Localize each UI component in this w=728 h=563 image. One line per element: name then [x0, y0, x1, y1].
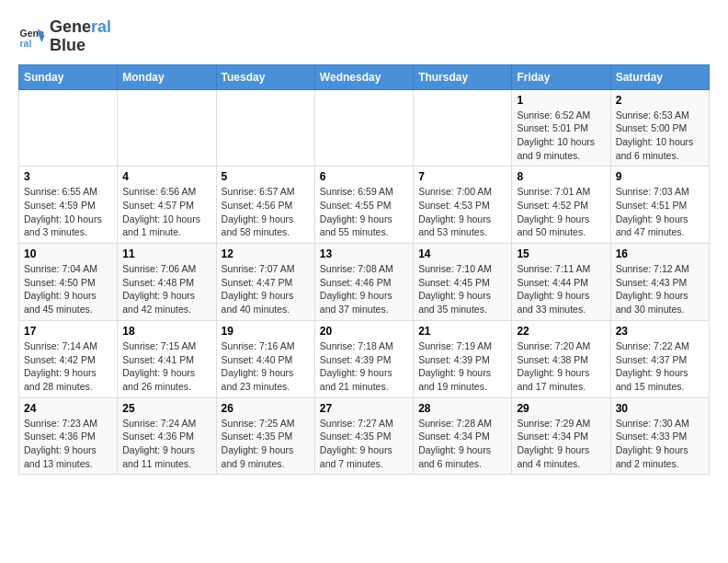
logo-text: GeneralBlue [50, 18, 111, 55]
day-number: 25 [122, 402, 210, 415]
day-number: 12 [222, 247, 310, 260]
day-cell-0-1 [118, 89, 216, 167]
header-row: SundayMondayTuesdayWednesdayThursdayFrid… [19, 64, 710, 89]
day-cell-2-5: 15Sunrise: 7:11 AM Sunset: 4:44 PM Dayli… [512, 244, 610, 321]
day-cell-1-1: 4Sunrise: 6:56 AM Sunset: 4:57 PM Daylig… [118, 167, 216, 244]
logo: Gene ral GeneralBlue [18, 18, 111, 55]
day-info: Sunrise: 7:01 AM Sunset: 4:52 PM Dayligh… [517, 185, 605, 239]
day-number: 10 [24, 247, 112, 260]
header-thursday: Thursday [414, 64, 512, 89]
day-number: 24 [24, 402, 112, 415]
day-cell-0-6: 2Sunrise: 6:53 AM Sunset: 5:00 PM Daylig… [610, 89, 709, 167]
day-info: Sunrise: 7:04 AM Sunset: 4:50 PM Dayligh… [24, 262, 112, 316]
day-number: 30 [616, 402, 704, 415]
day-info: Sunrise: 7:25 AM Sunset: 4:35 PM Dayligh… [222, 417, 310, 471]
day-cell-3-4: 21Sunrise: 7:19 AM Sunset: 4:39 PM Dayli… [414, 320, 512, 397]
day-cell-3-5: 22Sunrise: 7:20 AM Sunset: 4:38 PM Dayli… [512, 320, 610, 397]
day-number: 19 [222, 325, 310, 338]
day-cell-4-4: 28Sunrise: 7:28 AM Sunset: 4:34 PM Dayli… [414, 397, 512, 475]
day-cell-1-2: 5Sunrise: 6:57 AM Sunset: 4:56 PM Daylig… [216, 167, 314, 244]
day-cell-3-0: 17Sunrise: 7:14 AM Sunset: 4:42 PM Dayli… [19, 320, 118, 397]
day-number: 14 [418, 247, 506, 260]
day-cell-0-4 [414, 89, 512, 167]
day-cell-4-1: 25Sunrise: 7:24 AM Sunset: 4:36 PM Dayli… [118, 397, 216, 475]
day-cell-4-5: 29Sunrise: 7:29 AM Sunset: 4:34 PM Dayli… [512, 397, 610, 475]
day-info: Sunrise: 7:28 AM Sunset: 4:34 PM Dayligh… [418, 417, 506, 471]
day-cell-1-4: 7Sunrise: 7:00 AM Sunset: 4:53 PM Daylig… [414, 167, 512, 244]
day-info: Sunrise: 7:08 AM Sunset: 4:46 PM Dayligh… [320, 262, 408, 316]
day-info: Sunrise: 7:14 AM Sunset: 4:42 PM Dayligh… [24, 339, 112, 394]
day-info: Sunrise: 7:15 AM Sunset: 4:41 PM Dayligh… [122, 339, 210, 394]
day-cell-2-0: 10Sunrise: 7:04 AM Sunset: 4:50 PM Dayli… [19, 244, 118, 321]
day-number: 15 [517, 247, 605, 260]
day-info: Sunrise: 7:10 AM Sunset: 4:45 PM Dayligh… [418, 262, 506, 316]
day-info: Sunrise: 6:56 AM Sunset: 4:57 PM Dayligh… [122, 185, 210, 239]
day-number: 26 [222, 402, 310, 415]
week-row-3: 10Sunrise: 7:04 AM Sunset: 4:50 PM Dayli… [19, 244, 710, 321]
header-tuesday: Tuesday [216, 64, 314, 89]
day-number: 7 [418, 170, 506, 183]
day-number: 17 [24, 325, 112, 338]
day-number: 28 [418, 402, 506, 415]
day-number: 3 [24, 170, 112, 183]
day-number: 2 [616, 94, 704, 107]
day-info: Sunrise: 7:12 AM Sunset: 4:43 PM Dayligh… [616, 262, 704, 316]
header-monday: Monday [118, 64, 216, 89]
day-cell-1-6: 9Sunrise: 7:03 AM Sunset: 4:51 PM Daylig… [610, 167, 709, 244]
day-info: Sunrise: 7:16 AM Sunset: 4:40 PM Dayligh… [222, 339, 310, 394]
day-info: Sunrise: 7:30 AM Sunset: 4:33 PM Dayligh… [616, 417, 704, 471]
day-info: Sunrise: 7:19 AM Sunset: 4:39 PM Dayligh… [418, 339, 506, 394]
day-cell-1-3: 6Sunrise: 6:59 AM Sunset: 4:55 PM Daylig… [314, 167, 413, 244]
day-info: Sunrise: 7:11 AM Sunset: 4:44 PM Dayligh… [517, 262, 605, 316]
day-info: Sunrise: 7:06 AM Sunset: 4:48 PM Dayligh… [122, 262, 210, 316]
day-cell-3-6: 23Sunrise: 7:22 AM Sunset: 4:37 PM Dayli… [610, 320, 709, 397]
day-cell-2-3: 13Sunrise: 7:08 AM Sunset: 4:46 PM Dayli… [314, 244, 413, 321]
day-number: 16 [616, 247, 704, 260]
day-info: Sunrise: 6:52 AM Sunset: 5:01 PM Dayligh… [517, 109, 605, 163]
day-number: 21 [418, 325, 506, 338]
day-info: Sunrise: 7:20 AM Sunset: 4:38 PM Dayligh… [517, 339, 605, 394]
day-number: 5 [222, 170, 310, 183]
day-number: 11 [122, 247, 210, 260]
day-info: Sunrise: 7:24 AM Sunset: 4:36 PM Dayligh… [122, 417, 210, 471]
day-cell-2-1: 11Sunrise: 7:06 AM Sunset: 4:48 PM Dayli… [118, 244, 216, 321]
day-number: 29 [517, 402, 605, 415]
day-info: Sunrise: 6:53 AM Sunset: 5:00 PM Dayligh… [616, 109, 704, 163]
day-number: 20 [320, 325, 408, 338]
day-number: 22 [517, 325, 605, 338]
day-cell-4-2: 26Sunrise: 7:25 AM Sunset: 4:35 PM Dayli… [216, 397, 314, 475]
day-cell-2-2: 12Sunrise: 7:07 AM Sunset: 4:47 PM Dayli… [216, 244, 314, 321]
day-cell-1-0: 3Sunrise: 6:55 AM Sunset: 4:59 PM Daylig… [19, 167, 118, 244]
header-friday: Friday [512, 64, 610, 89]
week-row-2: 3Sunrise: 6:55 AM Sunset: 4:59 PM Daylig… [19, 167, 710, 244]
day-number: 27 [320, 402, 408, 415]
page-header: Gene ral GeneralBlue [18, 18, 710, 55]
day-number: 6 [320, 170, 408, 183]
day-number: 23 [616, 325, 704, 338]
day-info: Sunrise: 7:07 AM Sunset: 4:47 PM Dayligh… [222, 262, 310, 316]
day-cell-4-0: 24Sunrise: 7:23 AM Sunset: 4:36 PM Dayli… [19, 397, 118, 475]
day-info: Sunrise: 7:29 AM Sunset: 4:34 PM Dayligh… [517, 417, 605, 471]
day-cell-0-5: 1Sunrise: 6:52 AM Sunset: 5:01 PM Daylig… [512, 89, 610, 167]
day-cell-4-6: 30Sunrise: 7:30 AM Sunset: 4:33 PM Dayli… [610, 397, 709, 475]
calendar-table: SundayMondayTuesdayWednesdayThursdayFrid… [18, 64, 710, 476]
day-cell-3-1: 18Sunrise: 7:15 AM Sunset: 4:41 PM Dayli… [118, 320, 216, 397]
day-cell-2-6: 16Sunrise: 7:12 AM Sunset: 4:43 PM Dayli… [610, 244, 709, 321]
day-info: Sunrise: 7:00 AM Sunset: 4:53 PM Dayligh… [418, 185, 506, 239]
header-sunday: Sunday [19, 64, 118, 89]
day-info: Sunrise: 7:03 AM Sunset: 4:51 PM Dayligh… [616, 185, 704, 239]
day-cell-3-2: 19Sunrise: 7:16 AM Sunset: 4:40 PM Dayli… [216, 320, 314, 397]
day-number: 1 [517, 94, 605, 107]
day-cell-0-0 [19, 89, 118, 167]
header-wednesday: Wednesday [314, 64, 413, 89]
day-number: 9 [616, 170, 704, 183]
day-number: 8 [517, 170, 605, 183]
day-cell-0-3 [314, 89, 413, 167]
day-number: 13 [320, 247, 408, 260]
logo-icon: Gene ral [18, 23, 46, 51]
day-info: Sunrise: 7:18 AM Sunset: 4:39 PM Dayligh… [320, 339, 408, 394]
day-info: Sunrise: 6:59 AM Sunset: 4:55 PM Dayligh… [320, 185, 408, 239]
day-info: Sunrise: 6:55 AM Sunset: 4:59 PM Dayligh… [24, 185, 112, 239]
day-cell-3-3: 20Sunrise: 7:18 AM Sunset: 4:39 PM Dayli… [314, 320, 413, 397]
day-cell-1-5: 8Sunrise: 7:01 AM Sunset: 4:52 PM Daylig… [512, 167, 610, 244]
